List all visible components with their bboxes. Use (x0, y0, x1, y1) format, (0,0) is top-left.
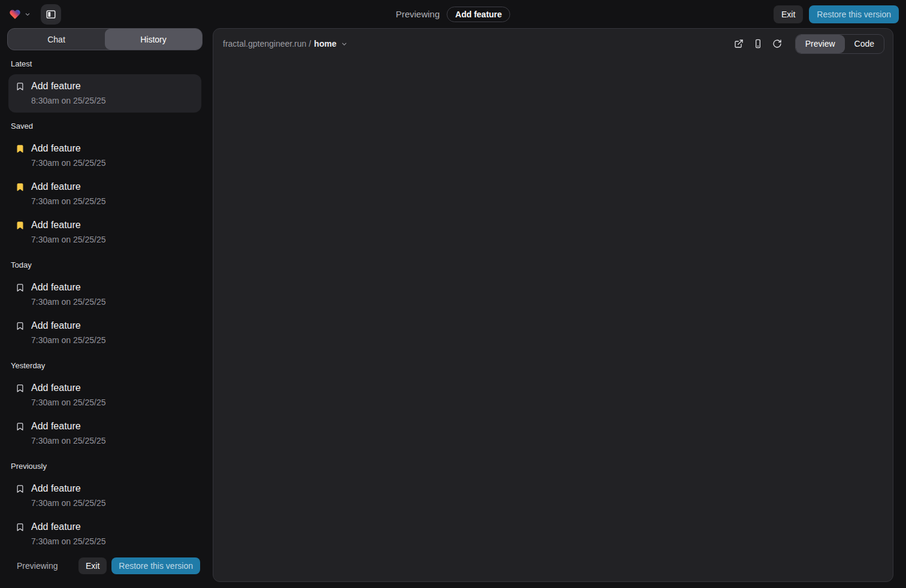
version-title: Add feature (31, 79, 81, 93)
version-title: Add feature (31, 280, 81, 295)
topbar-center: Previewing Add feature (395, 0, 510, 28)
sidebar-footer: Previewing Exit Restore this version (7, 554, 203, 582)
history-version-item[interactable]: Add feature 7:30am on 25/25/25 (8, 376, 201, 414)
version-timestamp: 7:30am on 25/25/25 (31, 434, 195, 448)
version-name-pill: Add feature (447, 7, 511, 22)
bookmark-icon (16, 144, 25, 153)
version-timestamp: 7:30am on 25/25/25 (31, 194, 195, 208)
version-timestamp: 7:30am on 25/25/25 (31, 395, 195, 410)
bookmark-icon (16, 283, 25, 292)
open-in-new-tab-icon (734, 39, 744, 49)
refresh-button[interactable] (769, 35, 786, 52)
app-root: Previewing Add feature Exit Restore this… (0, 0, 906, 588)
sidebar-toggle-button[interactable] (41, 4, 61, 25)
preview-header: fractal.gptengineer.run / home (213, 29, 893, 59)
lovable-heart-logo-icon (8, 8, 22, 20)
url-prefix: fractal.gptengineer.run / (223, 39, 311, 49)
restore-version-button[interactable]: Restore this version (111, 557, 200, 574)
tab-history[interactable]: History (105, 29, 202, 50)
content-area: Chat History Latest Add feature 8:30am o… (0, 28, 906, 588)
history-version-item[interactable]: Add feature 7:30am on 25/25/25 (8, 275, 201, 314)
bookmark-icon (16, 182, 25, 192)
version-title: Add feature (31, 381, 81, 395)
preview-header-actions: Preview Code (730, 34, 884, 54)
history-sidebar: Chat History Latest Add feature 8:30am o… (7, 28, 203, 582)
version-title: Add feature (31, 319, 81, 333)
bookmark-icon (16, 522, 25, 532)
preview-panel: fractal.gptengineer.run / home (213, 28, 893, 582)
version-title: Add feature (31, 520, 81, 534)
section-label: Previously (8, 461, 201, 472)
section-label: Yesterday (8, 360, 201, 371)
history-list: Latest Add feature 8:30am on 25/25/25 Sa… (7, 50, 203, 554)
section-label: Latest (8, 59, 201, 69)
version-timestamp: 7:30am on 25/25/25 (31, 496, 195, 510)
previewing-status-label: Previewing (395, 9, 439, 19)
version-timestamp: 7:30am on 25/25/25 (31, 534, 195, 548)
mobile-preview-button[interactable] (750, 35, 766, 52)
bookmark-icon (16, 422, 25, 431)
version-timestamp: 7:30am on 25/25/25 (31, 295, 195, 309)
topbar-right: Exit Restore this version (774, 5, 899, 23)
bookmark-icon (16, 81, 25, 91)
history-version-item[interactable]: Add feature 8:30am on 25/25/25 (8, 74, 201, 113)
exit-button[interactable]: Exit (78, 557, 107, 574)
tab-chat[interactable]: Chat (8, 29, 105, 50)
version-title: Add feature (31, 180, 81, 194)
version-title: Add feature (31, 218, 81, 232)
bookmark-icon (16, 484, 25, 493)
version-title: Add feature (31, 419, 81, 434)
open-in-new-tab-button[interactable] (730, 35, 747, 52)
history-version-item[interactable]: Add feature 7:30am on 25/25/25 (8, 314, 201, 352)
bookmark-icon (16, 220, 25, 230)
history-version-item[interactable]: Add feature 7:30am on 25/25/25 (8, 477, 201, 515)
bookmark-icon (16, 383, 25, 393)
workspace-menu-button[interactable] (7, 7, 32, 22)
preview-iframe-area (213, 59, 893, 581)
section-label: Today (8, 260, 201, 271)
history-version-item[interactable]: Add feature 7:30am on 25/25/25 (8, 414, 201, 453)
bookmark-icon (16, 321, 25, 331)
panel-left-icon (46, 9, 56, 20)
previewing-status-label: Previewing (17, 561, 58, 571)
restore-version-button[interactable]: Restore this version (809, 5, 899, 23)
refresh-icon (772, 39, 782, 49)
chevron-down-icon (24, 11, 31, 18)
url-current-page: home (314, 39, 336, 49)
top-bar: Previewing Add feature Exit Restore this… (0, 0, 906, 28)
url-breadcrumb-dropdown[interactable]: fractal.gptengineer.run / home (223, 39, 348, 49)
version-timestamp: 7:30am on 25/25/25 (31, 232, 195, 247)
tab-code[interactable]: Code (845, 35, 884, 53)
history-version-item[interactable]: Add feature 7:30am on 25/25/25 (8, 137, 201, 175)
history-version-item[interactable]: Add feature 7:30am on 25/25/25 (8, 213, 201, 251)
history-version-item[interactable]: Add feature 7:30am on 25/25/25 (8, 175, 201, 213)
version-title: Add feature (31, 141, 81, 156)
exit-button[interactable]: Exit (774, 5, 803, 23)
mobile-preview-icon (753, 39, 763, 49)
version-timestamp: 7:30am on 25/25/25 (31, 156, 195, 170)
sidebar-tab-control: Chat History (7, 28, 203, 50)
tab-preview[interactable]: Preview (796, 35, 845, 53)
topbar-left (7, 4, 61, 25)
version-timestamp: 7:30am on 25/25/25 (31, 333, 195, 347)
chevron-down-icon (340, 40, 348, 48)
version-timestamp: 8:30am on 25/25/25 (31, 93, 195, 108)
view-toggle-control: Preview Code (795, 34, 884, 54)
section-label: Saved (8, 121, 201, 132)
history-version-item[interactable]: Add feature 7:30am on 25/25/25 (8, 515, 201, 553)
version-title: Add feature (31, 481, 81, 496)
